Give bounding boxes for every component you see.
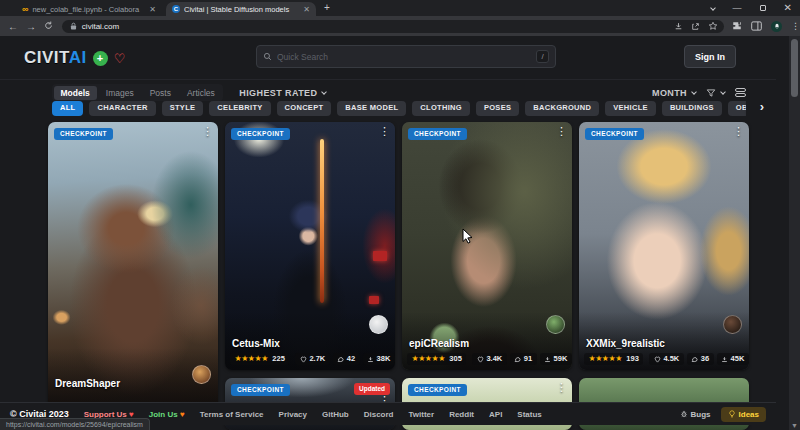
tag-all[interactable]: ALL bbox=[52, 101, 83, 116]
tab-close-icon[interactable]: ✕ bbox=[149, 5, 156, 14]
creator-avatar[interactable] bbox=[192, 365, 211, 384]
tag-vehicle[interactable]: VEHICLE bbox=[605, 101, 656, 116]
chrome-menu-icon[interactable]: ⋮ bbox=[791, 21, 800, 31]
sort-label: HIGHEST RATED bbox=[239, 88, 317, 98]
footer-link-status[interactable]: Status bbox=[517, 410, 541, 419]
profile-avatar[interactable] bbox=[771, 21, 782, 32]
rating-pill[interactable]: ★★★★★305 bbox=[407, 353, 466, 365]
rating-pill[interactable]: ★★★★★225 bbox=[230, 353, 289, 365]
filter-dropdown[interactable] bbox=[706, 88, 725, 98]
scrollbar-thumb[interactable] bbox=[791, 39, 798, 97]
tag-background[interactable]: BACKGROUND bbox=[525, 101, 599, 116]
model-card-dreamshaper[interactable]: CHECKPOINT ⋮ DreamShaper bbox=[48, 122, 218, 418]
maximize-button[interactable] bbox=[760, 5, 766, 11]
likes-count: 4.5K bbox=[663, 355, 679, 363]
neon-sign-detail bbox=[369, 296, 379, 304]
footer-link-github[interactable]: GitHub bbox=[322, 410, 349, 419]
model-title: Cetus-Mix bbox=[232, 338, 280, 349]
ideas-button[interactable]: Ideas bbox=[721, 407, 766, 422]
install-icon[interactable] bbox=[674, 22, 683, 31]
period-dropdown[interactable]: MONTH bbox=[652, 88, 696, 98]
tag-character[interactable]: CHARACTER bbox=[89, 101, 155, 116]
close-window-button[interactable]: ✕ bbox=[784, 2, 792, 13]
model-card-xxmix9realistic[interactable]: CHECKPOINT ⋮ XXMix_9realistic ★★★★★193 4… bbox=[579, 122, 749, 370]
star-rating-icon: ★★★★★ bbox=[235, 355, 268, 363]
footer-link-join-us[interactable]: Join Us ♥ bbox=[149, 410, 185, 419]
url-text[interactable]: civitai.com bbox=[82, 22, 716, 31]
civitai-favicon-icon: C bbox=[172, 5, 180, 13]
tag-base-model[interactable]: BASE MODEL bbox=[337, 101, 406, 116]
bugs-button[interactable]: Bugs bbox=[680, 410, 711, 419]
segment-posts[interactable]: Posts bbox=[143, 86, 178, 100]
search-input[interactable] bbox=[277, 52, 531, 62]
bug-icon bbox=[680, 410, 688, 418]
address-bar[interactable]: civitai.com bbox=[62, 20, 724, 33]
comments-pill[interactable]: 36 bbox=[687, 353, 714, 365]
page-scrollbar[interactable]: ▼ bbox=[789, 36, 800, 430]
tag-concept[interactable]: CONCEPT bbox=[277, 101, 332, 116]
tag-celebrity[interactable]: CELEBRITY bbox=[209, 101, 270, 116]
new-tab-button[interactable]: + bbox=[324, 2, 330, 13]
back-button[interactable]: ← bbox=[4, 21, 22, 32]
card-menu-icon[interactable]: ⋮ bbox=[733, 126, 744, 137]
creator-avatar[interactable] bbox=[723, 315, 742, 334]
segment-models[interactable]: Models bbox=[54, 86, 97, 100]
download-icon bbox=[367, 356, 374, 363]
card-menu-icon[interactable]: ⋮ bbox=[556, 126, 567, 137]
downloads-pill[interactable]: 59K bbox=[540, 353, 572, 365]
footer-link-terms-of-service[interactable]: Terms of Service bbox=[200, 410, 264, 419]
forward-button[interactable]: → bbox=[22, 21, 40, 32]
comments-count: 36 bbox=[701, 355, 709, 363]
comments-pill[interactable]: 42 bbox=[333, 353, 360, 365]
support-heart-icon[interactable]: ♡ bbox=[114, 51, 126, 66]
sign-in-button[interactable]: Sign In bbox=[684, 45, 736, 68]
footer-link-reddit[interactable]: Reddit bbox=[449, 410, 474, 419]
layout-toggle-icon[interactable] bbox=[735, 88, 746, 97]
card-menu-icon[interactable]: ⋮ bbox=[379, 126, 390, 137]
tags-scroll-right-button[interactable]: › bbox=[744, 99, 764, 117]
segment-articles[interactable]: Articles bbox=[180, 86, 222, 100]
scrollbar-down-arrow[interactable]: ▼ bbox=[789, 422, 800, 429]
reload-button[interactable] bbox=[40, 21, 58, 32]
likes-pill[interactable]: 3.4K bbox=[472, 353, 506, 365]
footer-link-discord[interactable]: Discord bbox=[364, 410, 394, 419]
downloads-pill[interactable]: 38K bbox=[363, 353, 395, 365]
tag-buildings[interactable]: BUILDINGS bbox=[662, 101, 722, 116]
browser-tab-strip: ∞ new_colab_file.ipynb - Colabora ✕ C Ci… bbox=[0, 0, 800, 16]
likes-pill[interactable]: 2.7K bbox=[295, 353, 329, 365]
likes-pill[interactable]: 4.5K bbox=[649, 353, 683, 365]
civitai-logo[interactable]: CIVITAI + ♡ bbox=[24, 48, 126, 68]
creator-avatar[interactable] bbox=[369, 315, 388, 334]
card-menu-icon[interactable]: ⋮ bbox=[556, 382, 567, 393]
footer-link-privacy[interactable]: Privacy bbox=[279, 410, 307, 419]
downloads-pill[interactable]: 45K bbox=[717, 353, 749, 365]
toolbar-extensions-area: ⋮ bbox=[732, 21, 800, 32]
checkpoint-badge: CHECKPOINT bbox=[408, 128, 467, 140]
browser-toolbar: ← → civitai.com ⋮ bbox=[0, 16, 800, 36]
bookmark-star-icon[interactable] bbox=[708, 21, 718, 31]
creator-avatar[interactable] bbox=[546, 315, 565, 334]
search-box[interactable]: / bbox=[256, 45, 556, 68]
side-panel-icon[interactable] bbox=[751, 21, 762, 31]
tag-style[interactable]: STYLE bbox=[162, 101, 204, 116]
rating-pill[interactable]: ★★★★★193 bbox=[584, 353, 643, 365]
neon-sign-detail bbox=[320, 139, 324, 303]
tag-clothing[interactable]: CLOTHING bbox=[412, 101, 470, 116]
tab-close-icon[interactable]: ✕ bbox=[303, 5, 310, 14]
comments-pill[interactable]: 91 bbox=[510, 353, 537, 365]
create-plus-button[interactable]: + bbox=[93, 51, 108, 66]
sort-dropdown[interactable]: HIGHEST RATED bbox=[239, 88, 326, 98]
tag-poses[interactable]: POSES bbox=[476, 101, 519, 116]
footer-link-twitter[interactable]: Twitter bbox=[408, 410, 434, 419]
chrome-profile-chevron-icon[interactable] bbox=[710, 5, 716, 11]
card-menu-icon[interactable]: ⋮ bbox=[202, 126, 213, 137]
minimize-button[interactable]: — bbox=[733, 3, 742, 13]
model-card-cetus-mix[interactable]: CHECKPOINT ⋮ Cetus-Mix ★★★★★225 2.7K 42 … bbox=[225, 122, 395, 370]
browser-tab-civitai[interactable]: C Civitai | Stable Diffusion models ✕ bbox=[166, 2, 316, 16]
footer-link-api[interactable]: API bbox=[489, 410, 502, 419]
segment-images[interactable]: Images bbox=[99, 86, 141, 100]
browser-tab-colab[interactable]: ∞ new_colab_file.ipynb - Colabora ✕ bbox=[16, 2, 162, 16]
extensions-puzzle-icon[interactable] bbox=[732, 21, 742, 31]
share-icon[interactable] bbox=[691, 22, 700, 31]
model-card-epicrealism[interactable]: CHECKPOINT ⋮ epiCRealism ★★★★★305 3.4K 9… bbox=[402, 122, 572, 370]
